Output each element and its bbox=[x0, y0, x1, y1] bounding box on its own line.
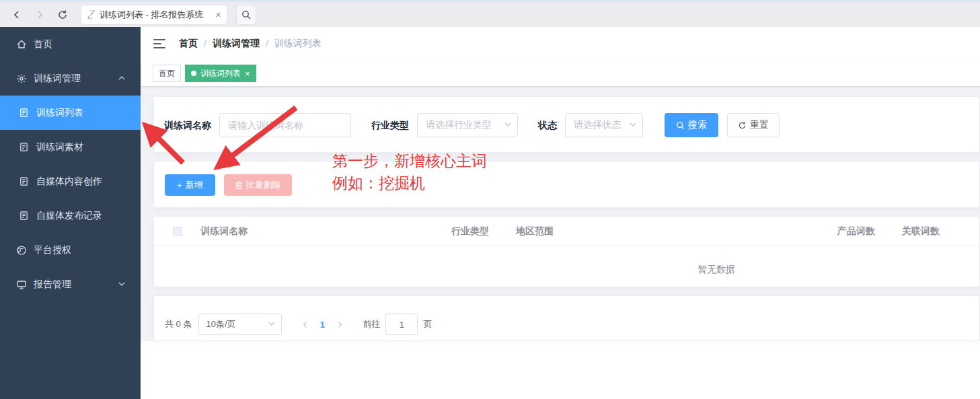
checkbox-icon bbox=[173, 227, 182, 236]
chevron-down-icon bbox=[504, 120, 512, 131]
sidebar-item-label: 自媒体发布记录 bbox=[36, 210, 102, 222]
batch-delete-button[interactable]: 批量删除 bbox=[224, 174, 292, 196]
sidebar-item-label: 首页 bbox=[34, 38, 52, 50]
sidebar-item-report-management[interactable]: 报告管理 bbox=[0, 267, 141, 301]
reset-button-label: 重置 bbox=[750, 119, 769, 131]
sidebar-item-label: 训练词素材 bbox=[36, 141, 83, 153]
breadcrumb-separator: / bbox=[266, 38, 268, 49]
empty-state-text: 暂无数据 bbox=[698, 250, 735, 288]
sidebar-item-media-content-creation[interactable]: 自媒体内容创作 bbox=[0, 164, 141, 198]
plus-icon: + bbox=[177, 180, 182, 190]
filter-industry-label: 行业类型 bbox=[371, 113, 409, 137]
platform-auth-icon bbox=[16, 245, 27, 256]
sidebar-item-label: 自媒体内容创作 bbox=[36, 176, 102, 188]
hamburger-icon[interactable] bbox=[153, 39, 165, 48]
industry-type-select[interactable]: 请选择行业类型 bbox=[417, 113, 518, 137]
pagination-card: 共 0 条 10条/页 1 前往 bbox=[153, 295, 980, 341]
sidebar-item-label: 报告管理 bbox=[34, 279, 71, 291]
chevron-up-icon bbox=[118, 73, 126, 84]
select-placeholder: 请选择行业类型 bbox=[426, 119, 492, 131]
breadcrumb: 首页 / 训练词管理 / 训练词列表 bbox=[179, 38, 322, 50]
page-size-select[interactable]: 10条/页 bbox=[198, 314, 282, 335]
breadcrumb-current: 训练词列表 bbox=[274, 38, 322, 50]
tag-label: 训练词列表 bbox=[200, 68, 241, 79]
select-all-checkbox[interactable] bbox=[154, 227, 200, 236]
home-icon bbox=[16, 39, 27, 50]
tag-training-word-list[interactable]: 训练词列表 × bbox=[185, 65, 256, 82]
browser-forward-icon[interactable] bbox=[30, 5, 49, 24]
browser-refresh-icon[interactable] bbox=[53, 5, 72, 24]
chevron-down-icon bbox=[629, 120, 637, 131]
status-select[interactable]: 请选择状态 bbox=[565, 113, 643, 137]
training-word-name-input[interactable] bbox=[219, 113, 351, 137]
sidebar-item-training-word-management[interactable]: 训练词管理 bbox=[0, 61, 141, 96]
tag-label: 首页 bbox=[159, 68, 175, 79]
data-table-card: 训练词名称 行业类型 地区范围 产品词数 关联词数 暂无数据 bbox=[153, 216, 980, 287]
browser-back-icon[interactable] bbox=[7, 5, 26, 24]
column-header-product-count: 产品词数 bbox=[837, 225, 902, 238]
prev-page-icon[interactable] bbox=[297, 314, 313, 335]
chevron-down-icon bbox=[268, 320, 276, 330]
sidebar-item-platform-authorization[interactable]: 平台授权 bbox=[0, 233, 141, 267]
filter-name-label: 训练词名称 bbox=[164, 113, 211, 137]
tags-view-bar: 首页 训练词列表 × bbox=[141, 61, 980, 87]
select-placeholder: 请选择状态 bbox=[574, 119, 621, 131]
page-unit-label: 页 bbox=[423, 318, 432, 330]
link-icon bbox=[87, 10, 96, 19]
breadcrumb-separator: / bbox=[204, 38, 206, 49]
goto-label: 前往 bbox=[363, 318, 380, 330]
add-button-label: 新增 bbox=[186, 179, 203, 191]
browser-search-button[interactable] bbox=[236, 5, 256, 25]
tag-home[interactable]: 首页 bbox=[153, 65, 181, 82]
column-header-related-count: 关联词数 bbox=[902, 225, 979, 238]
sidebar-item-home[interactable]: 首页 bbox=[0, 27, 141, 61]
tag-close-icon[interactable]: × bbox=[245, 69, 250, 79]
sidebar: 首页 训练词管理 训练词列表 训练词素材 bbox=[0, 27, 141, 399]
toolbar-card: + 新增 批量删除 bbox=[153, 161, 980, 208]
pagination-total: 共 0 条 bbox=[165, 318, 192, 330]
sidebar-item-label: 平台授权 bbox=[34, 244, 71, 256]
document-icon bbox=[19, 108, 30, 118]
chevron-down-icon bbox=[118, 279, 126, 290]
sidebar-item-training-word-material[interactable]: 训练词素材 bbox=[0, 130, 141, 164]
document-icon bbox=[19, 142, 30, 153]
batch-delete-label: 批量删除 bbox=[246, 179, 281, 191]
browser-tab-title: 训练词列表 - 排名报告系统 bbox=[100, 9, 213, 21]
filter-card: 训练词名称 行业类型 请选择行业类型 状态 请选择状态 bbox=[153, 96, 980, 153]
browser-toolbar: 训练词列表 - 排名报告系统 × bbox=[0, 0, 980, 27]
add-button[interactable]: + 新增 bbox=[165, 174, 215, 196]
column-header-name: 训练词名称 bbox=[200, 225, 451, 238]
refresh-icon bbox=[738, 121, 747, 130]
breadcrumb-home[interactable]: 首页 bbox=[179, 38, 198, 50]
top-navbar: 首页 / 训练词管理 / 训练词列表 bbox=[141, 27, 980, 61]
table-header-row: 训练词名称 行业类型 地区范围 产品词数 关联词数 bbox=[154, 217, 979, 246]
sidebar-item-media-publish-record[interactable]: 自媒体发布记录 bbox=[0, 198, 141, 233]
active-dot bbox=[191, 71, 196, 76]
browser-tab[interactable]: 训练词列表 - 排名报告系统 × bbox=[81, 5, 227, 25]
search-button[interactable]: 搜索 bbox=[665, 113, 718, 137]
next-page-icon[interactable] bbox=[332, 314, 348, 335]
browser-tab-close-icon[interactable]: × bbox=[215, 9, 221, 20]
sidebar-item-label: 训练词管理 bbox=[34, 73, 81, 85]
gear-icon bbox=[16, 73, 27, 84]
report-board-icon bbox=[16, 279, 27, 290]
sidebar-item-training-word-list[interactable]: 训练词列表 bbox=[0, 96, 141, 130]
column-header-region: 地区范围 bbox=[516, 225, 837, 238]
goto-page-input[interactable] bbox=[385, 314, 418, 335]
column-header-industry: 行业类型 bbox=[451, 225, 516, 238]
document-icon bbox=[19, 176, 30, 187]
search-button-label: 搜索 bbox=[688, 119, 707, 131]
page-number-current[interactable]: 1 bbox=[313, 320, 332, 330]
page-size-value: 10条/页 bbox=[206, 318, 235, 330]
breadcrumb-training-word-management[interactable]: 训练词管理 bbox=[213, 38, 260, 50]
document-icon bbox=[19, 211, 30, 221]
filter-status-label: 状态 bbox=[538, 113, 557, 137]
search-icon bbox=[676, 121, 685, 130]
trash-icon bbox=[235, 181, 243, 190]
sidebar-item-label: 训练词列表 bbox=[36, 107, 83, 119]
reset-button[interactable]: 重置 bbox=[727, 113, 780, 137]
